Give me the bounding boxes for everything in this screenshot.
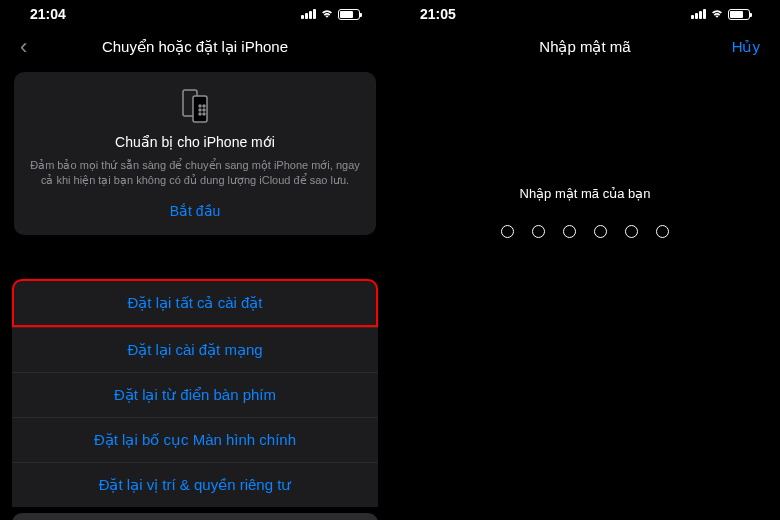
back-chevron-icon[interactable]: ‹: [20, 34, 27, 60]
phones-icon: [175, 88, 215, 124]
passcode-prompt: Nhập mật mã của bạn: [402, 186, 768, 201]
cellular-icon: [691, 9, 706, 19]
status-icons: [301, 9, 360, 20]
wifi-icon: [710, 9, 724, 19]
status-time: 21:04: [30, 6, 66, 22]
start-button[interactable]: Bắt đầu: [28, 203, 362, 219]
cancel-button[interactable]: Hủy: [732, 38, 760, 56]
wifi-icon: [320, 9, 334, 19]
page-title: Nhập mật mã: [410, 38, 760, 56]
nav-bar: ‹ Chuyển hoặc đặt lại iPhone: [12, 28, 378, 66]
reset-location-privacy-option[interactable]: Đặt lại vị trí & quyền riêng tư: [12, 462, 378, 507]
battery-icon: [338, 9, 360, 20]
cancel-button[interactable]: Hủy: [12, 513, 378, 520]
passcode-dot: [501, 225, 514, 238]
passcode-area: Nhập mật mã của bạn: [402, 186, 768, 238]
status-bar: 21:05: [402, 0, 768, 28]
card-title: Chuẩn bị cho iPhone mới: [28, 134, 362, 150]
phone-left: 21:04 ‹ Chuyển hoặc đặt lại iPhone Chuẩn…: [0, 0, 390, 520]
card-description: Đảm bảo mọi thứ sẵn sàng để chuyển sang …: [28, 158, 362, 189]
nav-bar: Nhập mật mã Hủy: [402, 28, 768, 66]
page-title: Chuyển hoặc đặt lại iPhone: [20, 38, 370, 56]
status-time: 21:05: [420, 6, 456, 22]
cellular-icon: [301, 9, 316, 19]
passcode-dots[interactable]: [402, 225, 768, 238]
passcode-dot: [563, 225, 576, 238]
reset-all-option[interactable]: Đặt lại tất cả cài đặt: [12, 279, 378, 327]
action-sheet: Đặt lại tất cả cài đặt Đặt lại cài đặt m…: [12, 279, 378, 520]
battery-icon: [728, 9, 750, 20]
passcode-dot: [656, 225, 669, 238]
passcode-dot: [625, 225, 638, 238]
reset-home-layout-option[interactable]: Đặt lại bố cục Màn hình chính: [12, 417, 378, 462]
passcode-dot: [532, 225, 545, 238]
passcode-dot: [594, 225, 607, 238]
phone-right: 21:05 Nhập mật mã Hủy Nhập mật mã của bạ…: [390, 0, 780, 520]
reset-keyboard-option[interactable]: Đặt lại từ điển bàn phím: [12, 372, 378, 417]
reset-network-option[interactable]: Đặt lại cài đặt mạng: [12, 327, 378, 372]
status-icons: [691, 9, 750, 20]
status-bar: 21:04: [12, 0, 378, 28]
prepare-card: Chuẩn bị cho iPhone mới Đảm bảo mọi thứ …: [14, 72, 376, 235]
